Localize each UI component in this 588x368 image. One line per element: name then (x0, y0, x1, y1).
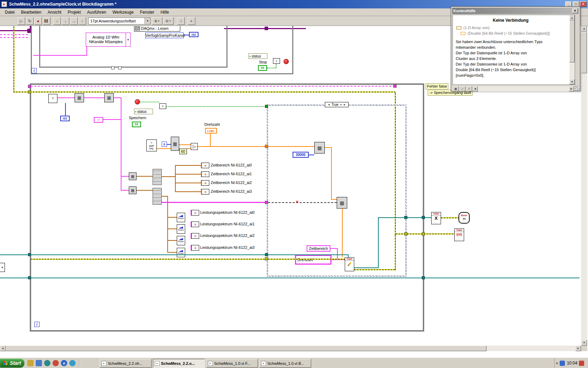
power-spectrum-node[interactable]: ▂▅▇ Power (177, 213, 185, 222)
cluster-to-array-node-1[interactable]: ▦ (129, 172, 136, 180)
or-compound-node[interactable]: v (273, 58, 280, 64)
unbundle-node-2[interactable] (153, 188, 162, 205)
tray-chevron-icon[interactable]: « (556, 361, 558, 366)
quick-launch-browser-icon[interactable] (52, 360, 59, 366)
context-help-title-bar[interactable]: Kontexthilfe × (452, 8, 579, 14)
help-window-button[interactable]: ▦ (453, 86, 459, 91)
zeitbereich-ai3-label[interactable]: Zeitbereich NI-6122_ai3 (211, 189, 252, 193)
menu-werkzeuge[interactable]: Werkzeuge (110, 9, 136, 15)
amplitude-measurement-node[interactable]: ≈ AMP freq. (146, 139, 157, 151)
queue-node-2[interactable]: ▦ (75, 93, 84, 102)
case-selector[interactable]: ◄ True ▼ ► (325, 102, 349, 107)
lock-help-button[interactable]: ⌂ (459, 86, 465, 91)
or-compound-node-main[interactable]: v (159, 103, 166, 109)
scroll-left-button[interactable]: ◄ (0, 346, 6, 351)
quick-launch-media-icon[interactable] (44, 360, 50, 366)
case-structure-border-right[interactable] (405, 104, 407, 277)
queue-node-1[interactable]: ? (48, 94, 57, 103)
quick-launch-desktop-icon[interactable] (27, 360, 34, 366)
tray-icon[interactable] (560, 361, 565, 366)
taskbar-item-schwmess10-diagram[interactable]: ▸ SchwMess_1.0.vi B... (259, 359, 311, 368)
context-help-scrollbar-thumb[interactable] (569, 20, 575, 62)
for-loop-top[interactable] (39, 26, 227, 68)
leistung-ai3-label[interactable]: Leistungsspektrum NI-6122_ai3 (200, 245, 254, 250)
zeitbereich-ai2-label[interactable]: Zeitbereich NI-6122_ai2 (211, 180, 252, 185)
numeric-constant-0[interactable]: 0 (162, 142, 167, 147)
align-objects-button[interactable]: ⊞ ▼ (152, 17, 162, 25)
zeitbereich-ai1-label[interactable]: Zeitbereich NI-6122_ai1 (211, 172, 252, 176)
queue-reference-node[interactable]: s (0, 263, 5, 272)
string-control-drehzahl[interactable]: Drehzahl (295, 255, 331, 265)
waveform-indicator-icon[interactable]: ≈ (191, 210, 199, 216)
abort-button[interactable]: ● (34, 17, 42, 25)
status-indicator-main[interactable]: ▸ status (134, 109, 153, 114)
resize-grip[interactable] (575, 86, 580, 90)
start-button[interactable]: Start (0, 359, 24, 368)
free-label-fehler[interactable]: Fehler false (426, 83, 448, 89)
verfuegbsamp-label[interactable]: VerfügbSampProKanal (145, 33, 184, 38)
status-indicator-top[interactable]: ▸ status (248, 53, 267, 59)
tdms-write-node[interactable]: TDMS (345, 257, 354, 271)
iteration-terminal-main[interactable]: i (34, 322, 40, 327)
waveform-indicator-icon[interactable]: ≈ (201, 189, 209, 195)
menu-datei[interactable]: Datei (2, 9, 18, 15)
waveform-indicator-icon[interactable]: ≈ (201, 180, 209, 186)
step-out-button[interactable]: ↑ (78, 17, 86, 25)
horizontal-scrollbar[interactable]: ◄ ► (0, 346, 581, 351)
step-over-button[interactable]: → (70, 17, 78, 25)
vertical-scrollbar[interactable]: ▲ ▼ (581, 26, 587, 346)
drehzahl-label[interactable]: Drehzahl (204, 122, 220, 127)
menu-bearbeiten[interactable]: Bearbeiten (18, 9, 44, 15)
queue-node-3[interactable]: ▦ (104, 93, 114, 102)
unbundle-node-1[interactable] (153, 169, 162, 185)
help-back-button[interactable]: ◄ (472, 86, 478, 91)
vertical-scrollbar-thumb[interactable] (581, 32, 587, 73)
i32-indicator-main[interactable]: I32 (60, 116, 70, 121)
speichern-label[interactable]: Speichern (129, 116, 146, 120)
context-help-toolbar-button[interactable]: + (188, 17, 195, 25)
clean-up-diagram-button[interactable]: ○ (177, 17, 185, 25)
help-bottom-scrollbar[interactable] (478, 86, 569, 91)
horizontal-scrollbar-thumb[interactable] (6, 346, 486, 351)
pause-button[interactable]: ▌▌ (43, 17, 50, 25)
distribute-objects-button[interactable]: ⊟ ▼ (163, 17, 174, 25)
waveform-indicator-icon[interactable]: ≈ (191, 245, 199, 251)
case-next-icon[interactable]: ► (343, 103, 346, 106)
case-structure-border-bottom[interactable] (267, 275, 407, 277)
cluster-to-array-node-2[interactable]: ▦ (129, 186, 136, 194)
scroll-up-button[interactable]: ▲ (581, 26, 587, 32)
leistung-ai0-label[interactable]: Leistungsspektrum NI-6122_ai0 (200, 210, 254, 214)
help-forward-button[interactable]: ► (569, 86, 574, 91)
quick-launch-app-icon[interactable] (36, 360, 42, 366)
broken-wire-x-icon[interactable]: × (296, 199, 299, 205)
quick-launch-ie-icon[interactable]: e (61, 360, 67, 366)
array-node-1[interactable]: ▦ (314, 142, 325, 154)
scroll-down-button[interactable]: ▼ (569, 79, 575, 84)
case-previous-icon[interactable]: ◄ (328, 103, 330, 106)
menu-ausfuehren[interactable]: Ausführen (84, 9, 109, 15)
leistung-ai1-label[interactable]: Leistungsspektrum NI-6122_ai1 (200, 222, 254, 226)
boolean-terminal-speichern[interactable]: TF (132, 122, 141, 127)
taskbar-item-schwmess10-front[interactable]: ▸ SchwMess_1.0.vi F... (206, 359, 258, 368)
power-spectrum-node[interactable]: ▂▅▇ Power (177, 224, 185, 234)
index-array-node[interactable]: ▦ (171, 137, 179, 151)
run-button[interactable]: ▷ (18, 17, 25, 25)
detailed-help-button[interactable]: ? (466, 86, 472, 91)
waveform-indicator-icon[interactable]: ≈ (191, 222, 199, 227)
cluster-constant[interactable]: ∷ (94, 117, 103, 123)
step-into-button[interactable]: ↓ (62, 17, 69, 25)
close-button[interactable]: × (580, 1, 587, 7)
power-spectrum-node[interactable]: ▂▅▇ Power (177, 248, 185, 257)
scroll-down-button[interactable]: ▼ (581, 340, 587, 346)
stop-label[interactable]: Stop (259, 60, 267, 64)
dbl-terminal-drehzahl[interactable]: ▸ DBL (205, 128, 217, 134)
iteration-terminal-top[interactable]: i (31, 68, 37, 73)
case-dropdown-icon[interactable]: ▼ (340, 104, 342, 106)
context-help-close-button[interactable]: × (572, 8, 578, 13)
scroll-right-button[interactable]: ► (575, 346, 581, 351)
dropdown-icon[interactable]: ▼ (126, 33, 130, 46)
polymorphic-selector-analog[interactable]: Analog 1D Wfm NKanäle NSamples ▼ (86, 33, 131, 47)
daqmx-read-node[interactable]: DAQmx - Lesen (134, 26, 180, 32)
waveform-indicator-icon[interactable]: ≈ (191, 233, 199, 239)
i32-indicator-top[interactable]: I32 (189, 32, 198, 37)
